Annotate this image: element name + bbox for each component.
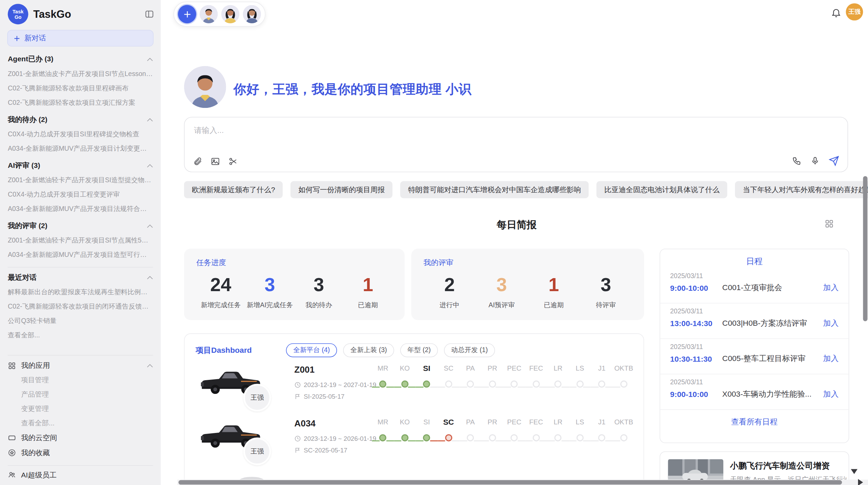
stat-value: 1 [528,275,580,295]
milestone-label: SC [438,363,460,374]
milestone-label: PA [459,416,481,427]
milestone-dot [445,381,452,388]
sidebar-section-header[interactable]: Agent已办 (3) [8,52,153,66]
chevron-up-icon[interactable] [147,275,153,279]
app-sub-item[interactable]: 查看全部... [8,416,153,430]
divider [8,267,153,268]
sidebar-task-item[interactable]: A034-全新新能源MUV产品开发项目法规符合性评审 [8,202,153,216]
sidebar-tool-link[interactable]: AI超级员工 [8,468,153,483]
daily-briefing-header: 每日简报 [184,218,849,232]
join-link[interactable]: 加入 [823,319,839,328]
milestone-dot [576,381,583,388]
sidebar-tool-link[interactable]: 帮我写作 [8,482,153,485]
view-all-schedule-link[interactable]: 查看所有日程 [660,410,849,434]
dashboard-tab[interactable]: 全新上装 (3) [343,343,394,357]
taskgo-logo: Task Go [8,4,28,24]
horizontal-scrollbar-track[interactable] [177,480,868,485]
phone-icon[interactable] [792,156,801,165]
dashboard-tab[interactable]: 年型 (2) [400,343,438,357]
sidebar-task-item[interactable]: Z001-全新燃油皮卡产品开发项目SI节点Lesson Learn报告 [8,66,153,81]
sidebar-link[interactable]: 我的收藏 [8,445,153,460]
clock-icon [294,382,301,388]
sidebar-task-item[interactable]: Z001-全新燃油轻卡产品开发项目SI节点属性5D文件评审 [8,233,153,248]
clock-icon [294,435,301,442]
suggestion-chips: 欧洲新规最近颁布了什么?如何写一份清晰的项目周报特朗普可能对进口汽车增税会对中国… [184,181,868,198]
milestone-dot [379,434,386,442]
notification-bell-icon[interactable] [831,7,842,20]
suggestion-chip[interactable]: 如何写一份清晰的项目周报 [291,181,393,198]
vertical-scrollbar-thumb[interactable] [863,176,868,321]
scissors-icon[interactable] [228,157,238,166]
dashboard-tab[interactable]: 全新平台 (4) [286,343,337,357]
main-area: 王强 你好，王强，我是你的项目管理助理 小识 请输入... 欧洲新规最近颁布了什… [161,0,868,485]
divider [8,465,153,466]
app-sub-item[interactable]: 产品管理 [8,387,153,401]
suggestion-chip[interactable]: 当下年轻人对汽车外观有怎样的喜好趋势 [735,181,868,198]
collapse-sidebar-icon[interactable] [145,9,154,18]
sidebar-task-item[interactable]: C0X4-动力总成开发项目工程变更评审 [8,187,153,202]
avatar-2[interactable] [221,5,239,23]
app-sub-item[interactable]: 变更管理 [8,401,153,416]
sidebar-task-item[interactable]: A034-全新新能源MUV产品开发项目造型可行性评审 [8,248,153,262]
layout-grid-icon[interactable] [825,219,834,230]
join-link[interactable]: 加入 [823,354,839,364]
project-row[interactable]: 王强Z0012023-12-19 ~ 2027-01-19SI-2025-05-… [196,362,635,415]
project-row[interactable]: 王强A0342023-12-19 ~ 2026-01-19SC-2025-05-… [196,415,635,469]
project-dates: 2023-12-19 ~ 2027-01-19 [294,382,376,388]
schedule-name: C005-整车工程目标评审 [722,354,819,364]
input-right-icons [792,156,839,166]
schedule-time: 10:30-11:30 [670,355,722,363]
link-label: 我的收藏 [21,445,50,460]
scroll-right-arrow[interactable] [858,479,863,485]
microphone-icon[interactable] [810,156,820,165]
section-title: 我的评审 (2) [8,219,48,233]
suggestion-chip[interactable]: 比亚迪全固态电池计划具体说了什么 [596,181,727,198]
join-link[interactable]: 加入 [823,283,839,293]
stats-cards: 任务进度24新增完成任务3新增AI完成任务3我的待办1已逾期我的评审2进行中3A… [184,249,644,320]
user-avatar[interactable]: 王强 [846,3,863,21]
stat-value: 3 [580,275,632,295]
avatar-3[interactable] [243,5,261,23]
sidebar-section-header[interactable]: 我的待办 (2) [8,112,153,127]
sidebar-link[interactable]: 我的云空间 [8,430,153,445]
sidebar-section-header[interactable]: 我的评审 (2) [8,219,153,233]
chevron-up-icon[interactable] [147,57,153,61]
image-icon[interactable] [210,157,220,166]
sidebar-task-item[interactable]: Z001-全新燃油轻卡产品开发项目SI造型提交物评审 [8,173,153,187]
recent-chat-item[interactable]: 解释最新出台的欧盟报废车法规再生塑料比例被调至15%... [8,285,153,299]
recent-chat-item[interactable]: 查看全部... [8,328,153,342]
recent-chat-item[interactable]: C02-飞腾新能源轻客改款项目的闭环通告反馈情况 [8,299,153,313]
app-sub-item[interactable]: 项目管理 [8,373,153,387]
attachment-icon[interactable] [193,157,202,166]
sidebar-task-item[interactable]: C0X4-动力总成开发项目SI里程碑提交物检查 [8,127,153,141]
dashboard-tab[interactable]: 动总开发 (1) [444,343,495,357]
milestone-dot [620,434,627,442]
milestone-label: PR [481,363,503,374]
suggestion-chip[interactable]: 欧洲新规最近颁布了什么? [184,181,283,198]
schedule-name: C001-立项审批会 [722,283,819,293]
chevron-up-icon[interactable] [147,118,153,122]
milestone-label: LS [569,363,591,374]
suggestion-chip[interactable]: 特朗普可能对进口汽车增税会对中国车企造成哪些影响 [400,181,589,198]
chat-input[interactable]: 请输入... [194,126,224,136]
add-session-button[interactable] [178,5,196,23]
send-icon[interactable] [829,156,839,166]
recent-chat-item[interactable]: 公司Q3轻卡销量 [8,313,153,328]
schedule-date: 2025/03/11 [670,307,839,315]
new-chat-button[interactable]: 新对话 [7,30,154,47]
chevron-up-icon[interactable] [147,363,153,367]
horizontal-scrollbar-thumb[interactable] [179,480,842,485]
avatar-1[interactable] [200,5,218,23]
my-apps-header[interactable]: 我的应用 [8,358,153,373]
sidebar-task-item[interactable]: C02-飞腾新能源轻客改款项目里程碑画布 [8,81,153,95]
sidebar-section-header[interactable]: AI评审 (3) [8,158,153,173]
sidebar-task-item[interactable]: A034-全新新能源MUV产品开发项目计划变更表编写 [8,141,153,156]
join-link[interactable]: 加入 [823,389,839,399]
chevron-up-icon[interactable] [147,224,153,228]
sidebar-task-item[interactable]: C02-飞腾新能源轻客改款项目立项汇报方案 [8,95,153,110]
milestone: SC [438,416,460,444]
scroll-down-arrow[interactable] [851,469,857,474]
milestone-label: SC [438,416,460,427]
recent-chats-header[interactable]: 最近对话 [8,270,153,285]
chevron-up-icon[interactable] [147,164,153,167]
